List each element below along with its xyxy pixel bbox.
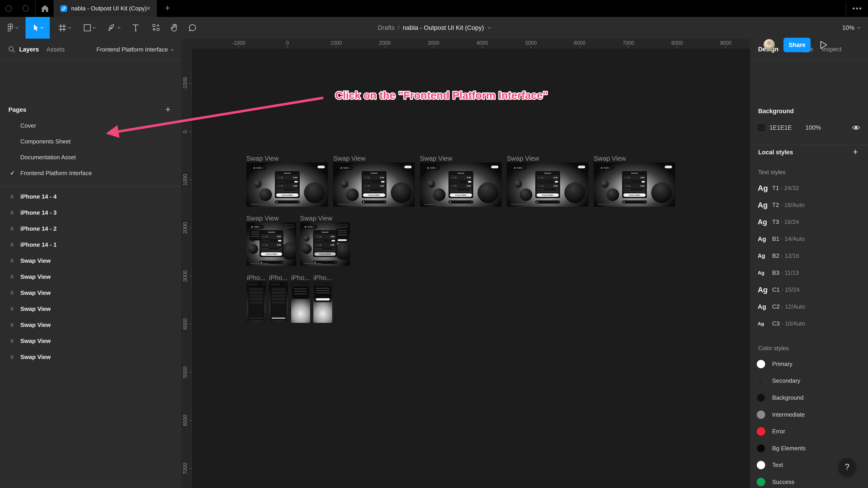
text-style-row[interactable]: Ag B2 · 12/16	[750, 248, 868, 264]
zoom-menu[interactable]: 10%	[842, 17, 860, 39]
text-style-row[interactable]: Ag C1 · 15/24	[750, 281, 868, 298]
home-icon[interactable]	[41, 5, 49, 12]
sidebar-frame-item[interactable]: # Swap View	[0, 301, 182, 317]
help-button[interactable]: ?	[839, 458, 856, 475]
frame-tool-button[interactable]	[54, 17, 75, 39]
color-style-row[interactable]: Success	[750, 474, 868, 488]
text-style-row[interactable]: Ag T3 · 16/24	[750, 214, 868, 230]
close-icon[interactable]: ×	[146, 0, 151, 17]
window-circle-button[interactable]	[5, 5, 12, 12]
frame-label[interactable]: iPho...	[313, 274, 332, 281]
swap-view-thumbnail[interactable]: Nabla Convert 0.00 0.00 Connect Wallet	[507, 162, 588, 207]
sidebar-frame-item[interactable]: # Swap View	[0, 285, 182, 301]
canvas-frame[interactable]: Swap View Nabla Convert 0.00 0.00	[420, 155, 502, 207]
chevron-down-icon[interactable]	[488, 26, 491, 29]
frame-label[interactable]: Swap View	[420, 155, 502, 162]
color-style-row[interactable]: Primary	[750, 356, 868, 372]
new-tab-button[interactable]: +	[161, 0, 174, 17]
text-style-row[interactable]: Ag T1 · 24/32	[750, 180, 868, 197]
share-button[interactable]: Share	[783, 38, 811, 52]
text-style-row[interactable]: Ag C3 · 10/Auto	[750, 315, 868, 332]
window-circle-button[interactable]	[22, 5, 29, 12]
page-switcher[interactable]: Frontend Platform Interface	[96, 39, 174, 61]
frame-label[interactable]: Swap View	[333, 155, 415, 162]
main-menu-button[interactable]	[3, 17, 22, 39]
text-style-row[interactable]: Ag B3 · 11/13	[750, 264, 868, 281]
background-color-row[interactable]: 1E1E1E 100%	[750, 122, 868, 133]
sidebar-frame-item[interactable]: # Swap View	[0, 333, 182, 349]
search-icon[interactable]	[8, 45, 16, 54]
frame-label[interactable]: Swap View	[594, 155, 675, 162]
text-style-row[interactable]: Ag B1 · 14/Auto	[750, 230, 868, 248]
swap-view-thumbnail[interactable]: Nabla Convert 0.00 0.00 Connect Wallet	[300, 222, 350, 266]
sidebar-frame-item[interactable]: # iPhone 14 - 4	[0, 189, 182, 205]
tab-assets[interactable]: Assets	[46, 39, 65, 61]
background-opacity-value[interactable]: 100%	[805, 122, 821, 133]
move-tool-button[interactable]	[26, 17, 50, 39]
sidebar-frame-item[interactable]: # Swap View	[0, 253, 182, 269]
swap-view-thumbnail[interactable]: Nabla Convert 0.00 0.00 Connect Wallet	[333, 162, 415, 207]
iphone-thumbnail[interactable]	[247, 282, 266, 323]
iphone-thumbnail[interactable]	[291, 282, 310, 323]
frame-label[interactable]: Swap View	[507, 155, 588, 162]
canvas-frame[interactable]: Swap View Nabla Convert 0.00 0.00	[507, 155, 588, 207]
text-tool-button[interactable]	[128, 17, 143, 39]
sidebar-page-item[interactable]: ✓ Documentation Asset	[0, 149, 182, 165]
breadcrumb[interactable]: Drafts / nabla - Outpost UI Kit (Copy)	[378, 17, 490, 39]
swap-view-thumbnail[interactable]: Nabla Convert 0.00 0.00 Connect Wallet	[246, 222, 296, 266]
canvas-frame[interactable]: Swap View Nabla Convert 0.00	[246, 215, 296, 266]
frame-label[interactable]: Swap View	[300, 215, 350, 222]
canvas-frame[interactable]: Swap View Nabla Convert 0.00 0.00	[246, 155, 328, 207]
background-hex-value[interactable]: 1E1E1E	[770, 122, 792, 133]
canvas-frame[interactable]: iPho...	[313, 274, 332, 323]
canvas-frame[interactable]: iPho...	[269, 274, 288, 323]
tab-layers[interactable]: Layers	[19, 39, 39, 61]
sidebar-page-item[interactable]: ✓ Components Sheet	[0, 133, 182, 149]
components-tool-button[interactable]	[147, 17, 165, 39]
hand-tool-button[interactable]	[166, 17, 182, 39]
swap-view-thumbnail[interactable]: Nabla Convert 0.00 0.00 Connect Wallet	[420, 162, 502, 207]
sidebar-frame-item[interactable]: # iPhone 14 - 1	[0, 237, 182, 253]
comment-tool-button[interactable]	[184, 17, 201, 39]
frame-label[interactable]: Swap View	[246, 155, 328, 162]
sidebar-page-item[interactable]: ✓ Cover	[0, 118, 182, 133]
color-style-row[interactable]: Background	[750, 389, 868, 406]
canvas[interactable]: -1000 0 1000 2000	[182, 39, 750, 488]
swap-view-thumbnail[interactable]: Nabla Convert 0.00 0.00 Connect Wallet	[594, 162, 675, 207]
add-style-button[interactable]: +	[850, 147, 860, 158]
sidebar-frame-item[interactable]: # Swap View	[0, 349, 182, 365]
canvas-frame[interactable]: iPho...	[291, 274, 310, 323]
frame-label[interactable]: iPho...	[291, 274, 310, 281]
frame-label[interactable]: iPho...	[269, 274, 288, 281]
canvas-frame[interactable]: Swap View Nabla Convert 0.00 0.00	[333, 155, 415, 207]
sidebar-frame-item[interactable]: # Swap View	[0, 269, 182, 285]
sidebar-frame-item[interactable]: # iPhone 14 - 3	[0, 205, 182, 221]
color-style-row[interactable]: Intermediate	[750, 406, 868, 423]
add-page-button[interactable]: +	[163, 102, 173, 118]
canvas-frame[interactable]: Swap View Nabla Convert 0.00 0.00	[594, 155, 675, 207]
present-play-icon[interactable]	[819, 40, 829, 50]
breadcrumb-root[interactable]: Drafts	[378, 24, 395, 31]
sidebar-frame-item[interactable]: # iPhone 14 - 2	[0, 221, 182, 237]
text-style-row[interactable]: Ag C2 · 12/Auto	[750, 298, 868, 315]
frame-label[interactable]: iPho...	[247, 274, 266, 281]
sidebar-frame-item[interactable]: # Swap View	[0, 317, 182, 333]
overflow-menu-icon[interactable]	[852, 7, 863, 9]
eye-icon[interactable]	[852, 124, 860, 131]
iphone-thumbnail[interactable]	[269, 282, 288, 323]
color-style-row[interactable]: Error	[750, 423, 868, 440]
file-tab[interactable]: nabla - Outpost UI Kit (Copy) ×	[54, 0, 157, 17]
canvas-frame[interactable]: iPho...	[247, 274, 266, 323]
shape-tool-button[interactable]	[79, 17, 100, 39]
breadcrumb-file-name[interactable]: nabla - Outpost UI Kit (Copy)	[403, 24, 484, 31]
pen-tool-button[interactable]	[103, 17, 125, 39]
sidebar-page-item[interactable]: ✓ Frontend Platform Interface	[0, 165, 182, 181]
iphone-thumbnail[interactable]	[313, 282, 332, 323]
text-style-row[interactable]: Ag T2 · 18/Auto	[750, 197, 868, 214]
swap-view-thumbnail[interactable]: Nabla Convert 0.00 0.00 Connect Wallet	[246, 162, 328, 207]
color-style-row[interactable]: Bg Elements	[750, 440, 868, 457]
canvas-frame[interactable]: Swap View Nabla Convert 0.00	[300, 215, 350, 266]
frame-label[interactable]: Swap View	[246, 215, 296, 222]
color-style-row[interactable]: Secondary	[750, 372, 868, 390]
color-swatch[interactable]	[757, 123, 766, 132]
